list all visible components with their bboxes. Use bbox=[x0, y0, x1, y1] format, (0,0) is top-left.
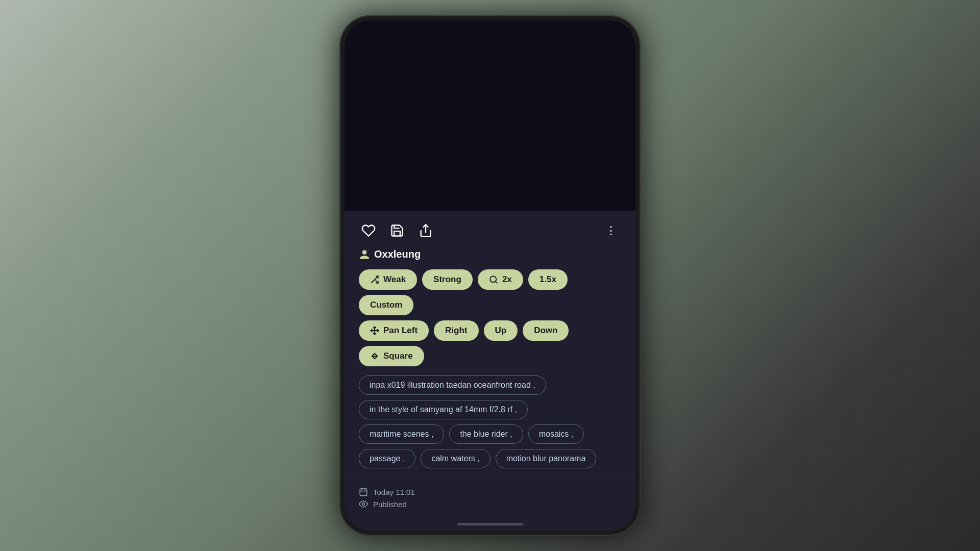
filter-row-1: Weak Strong 2x 1.5x bbox=[359, 269, 621, 315]
right-button[interactable]: Right bbox=[434, 320, 478, 341]
tag-passage[interactable]: passage , bbox=[359, 449, 415, 468]
user-row: Oxxleung bbox=[359, 248, 621, 260]
shuffle-icon bbox=[370, 275, 379, 284]
tags-section: inpa x019 illustration taedan oceanfront… bbox=[359, 375, 621, 468]
arrows-h-icon bbox=[370, 352, 379, 361]
share-button[interactable] bbox=[416, 221, 435, 240]
tags-row-3: maritime scenes , the blue rider , mosai… bbox=[359, 424, 621, 444]
tag-motion-blur[interactable]: motion blur panorama bbox=[496, 449, 597, 468]
down-button[interactable]: Down bbox=[523, 320, 569, 341]
username: Oxxleung bbox=[374, 248, 421, 260]
tag-blue-rider[interactable]: the blue rider , bbox=[449, 424, 523, 444]
1-5x-button[interactable]: 1.5x bbox=[528, 269, 568, 290]
svg-line-4 bbox=[495, 281, 497, 283]
phone-bottom: Today 11:01 Published bbox=[345, 480, 635, 531]
like-button[interactable] bbox=[359, 221, 378, 240]
square-button[interactable]: Square bbox=[359, 346, 424, 366]
tags-row-4: passage , calm waters , motion blur pano… bbox=[359, 449, 621, 468]
action-bar: ⋮ bbox=[359, 221, 621, 240]
weak-button[interactable]: Weak bbox=[359, 269, 417, 290]
move-icon bbox=[370, 326, 379, 335]
strong-button[interactable]: Strong bbox=[422, 269, 473, 290]
save-button[interactable] bbox=[387, 221, 407, 240]
content-area: ⋮ Oxxleung Wea bbox=[345, 211, 635, 480]
tag-prompt-2[interactable]: in the style of samyang af 14mm f/2.8 rf… bbox=[359, 400, 528, 419]
custom-button[interactable]: Custom bbox=[359, 295, 413, 315]
home-bar bbox=[457, 523, 523, 525]
image-area bbox=[345, 20, 635, 211]
tags-row-1: inpa x019 illustration taedan oceanfront… bbox=[359, 375, 621, 395]
tag-mosaics[interactable]: mosaics , bbox=[528, 424, 584, 444]
filter-row-2: Pan Left Right Up Down bbox=[359, 320, 621, 366]
phone-frame: ⋮ Oxxleung Wea bbox=[339, 15, 641, 536]
up-button[interactable]: Up bbox=[484, 320, 518, 341]
timestamp-text: Today 11:01 bbox=[373, 488, 415, 496]
footer-bar: Today 11:01 Published bbox=[345, 480, 635, 519]
status-text: Published bbox=[373, 500, 407, 509]
filter-buttons: Weak Strong 2x 1.5x bbox=[359, 269, 621, 366]
phone-screen: ⋮ Oxxleung Wea bbox=[345, 20, 635, 531]
calendar-icon bbox=[359, 487, 368, 496]
action-icons bbox=[359, 221, 435, 240]
user-icon bbox=[359, 249, 370, 260]
timestamp-row: Today 11:01 bbox=[359, 487, 621, 496]
pan-left-button[interactable]: Pan Left bbox=[359, 320, 429, 341]
svg-point-12 bbox=[362, 503, 365, 506]
2x-button[interactable]: 2x bbox=[478, 269, 523, 290]
tag-calm-waters[interactable]: calm waters , bbox=[421, 449, 490, 468]
eye-icon bbox=[359, 499, 368, 509]
svg-rect-8 bbox=[360, 489, 367, 496]
tags-row-2: in the style of samyang af 14mm f/2.8 rf… bbox=[359, 400, 621, 419]
tag-prompt-1[interactable]: inpa x019 illustration taedan oceanfront… bbox=[359, 375, 546, 395]
search-icon bbox=[489, 275, 498, 284]
tag-maritime[interactable]: maritime scenes , bbox=[359, 424, 444, 444]
home-indicator bbox=[345, 519, 635, 531]
status-row: Published bbox=[359, 499, 621, 509]
more-options-button[interactable]: ⋮ bbox=[602, 221, 621, 240]
